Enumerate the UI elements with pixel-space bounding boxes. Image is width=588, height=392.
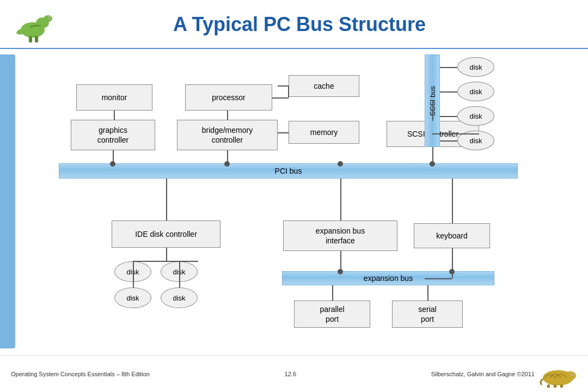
line-ide-disk-right (179, 261, 180, 287)
svg-point-15 (572, 373, 573, 375)
parallel-port-box: parallel port (294, 301, 370, 328)
monitor-box: monitor (76, 84, 152, 111)
footer-dinosaur-icon (539, 360, 577, 388)
processor-box: processor (185, 84, 272, 111)
footer-left: Operating System Concepts Essentials – 8… (11, 371, 150, 377)
svg-point-2 (44, 15, 52, 22)
svg-rect-13 (560, 384, 563, 388)
line-expbus-pci (340, 179, 341, 220)
svg-rect-11 (547, 384, 550, 388)
svg-point-10 (565, 371, 576, 380)
line-ide-disk-left (133, 261, 134, 287)
diagram-area: monitor processor cache graphics control… (16, 54, 572, 365)
scsi-line-2 (440, 91, 457, 93)
line-monitor-graphics (114, 111, 115, 120)
pci-connector-3 (338, 161, 343, 167)
line-serial-expbus (427, 285, 428, 301)
scsi-line-4 (440, 140, 457, 142)
line-scsi-ctrl-bus (432, 100, 433, 121)
ide-disk-oval-3: disk (114, 287, 151, 308)
svg-rect-12 (554, 384, 556, 388)
pci-connector-2 (224, 161, 230, 167)
line-processor-bridge (227, 111, 228, 120)
footer-right: Silberschatz, Galvin and Gagne ©2011 (431, 371, 535, 377)
line-ide-disks (166, 248, 167, 261)
memory-box: memory (289, 121, 359, 144)
svg-rect-6 (35, 36, 38, 42)
disk-oval-2: disk (457, 82, 494, 101)
expansion-bus-bar: expansion bus (282, 271, 494, 285)
cache-box: cache (289, 75, 359, 97)
pci-connector-4 (430, 161, 435, 167)
footer-center: 12.6 (285, 371, 296, 377)
line-proc-cache-h (272, 97, 289, 99)
ide-disk-oval-4: disk (161, 287, 198, 308)
line-ide-pci (166, 179, 167, 220)
page-title: A Typical PC Bus Structure (65, 13, 577, 36)
pci-connector-1 (110, 161, 115, 167)
footer: Operating System Concepts Essentials – 8… (0, 356, 588, 392)
line-expif-expbus (340, 251, 341, 271)
line-proc-cache-v (288, 85, 289, 97)
expbus-connector-1 (338, 269, 343, 274)
scsi-line-1 (440, 67, 457, 68)
line-bridge-mem (278, 132, 289, 133)
keyboard-box: keyboard (414, 223, 490, 248)
header: A Typical PC Bus Structure (0, 0, 588, 49)
bridge-memory-box: bridge/memory controller (177, 120, 278, 150)
svg-point-8 (49, 17, 50, 18)
expbus-connector-2 (449, 269, 455, 274)
line-bridge-cache (278, 85, 289, 87)
graphics-controller-box: graphics controller (71, 120, 155, 150)
header-dinosaur-icon (11, 5, 54, 44)
serial-port-box: serial port (392, 301, 463, 328)
expansion-bus-interface-box: expansion bus interface (283, 220, 397, 251)
scsi-line-3 (440, 116, 457, 117)
line-kbd-pci (452, 179, 453, 223)
line-kbd-expbus (425, 278, 452, 279)
line-ide-disks-h (133, 261, 198, 262)
line-parallel-expbus (332, 285, 333, 301)
disk-oval-3: disk (457, 106, 494, 126)
pci-bus-bar: PCI bus (59, 163, 518, 179)
disk-oval-1: disk (457, 57, 494, 77)
left-sidebar-bar (0, 54, 15, 348)
svg-rect-5 (29, 36, 32, 42)
line-scsi-ctrl-h (432, 133, 479, 134)
ide-disk-box: IDE disk controller (112, 220, 220, 248)
